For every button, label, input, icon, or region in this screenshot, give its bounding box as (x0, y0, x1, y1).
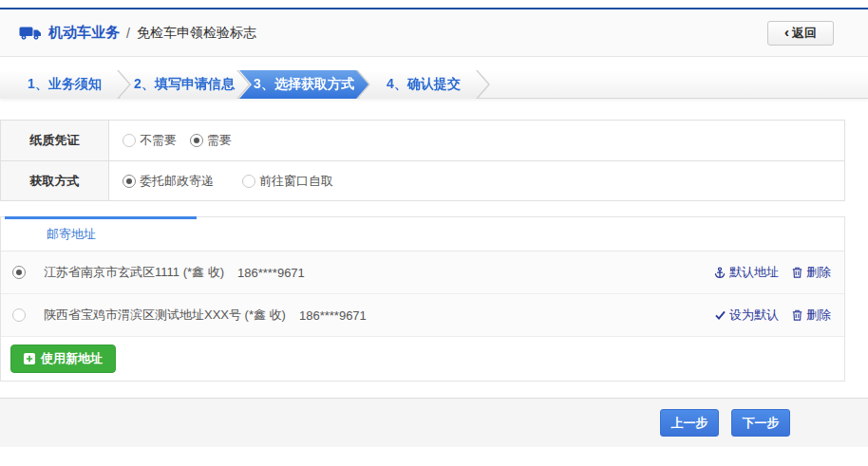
radio-checked-icon[interactable] (123, 175, 136, 188)
default-address-label: 默认地址 (729, 264, 779, 281)
radio-option-window-pickup[interactable]: 前往窗口自取 (242, 173, 333, 190)
step-tabbar: 1、业务须知 2、填写申请信息 3、选择获取方式 4、确认提交 (0, 70, 868, 99)
step-tab-3-label: 3、选择获取方式 (254, 76, 354, 93)
address-row-1: 江苏省南京市玄武区1111 (*鑫 收) 186****9671 默认地址 (1, 252, 844, 294)
address-phone: 186****9671 (299, 308, 367, 323)
address-text: 江苏省南京市玄武区1111 (*鑫 收) (44, 264, 224, 281)
set-default-label: 设为默认 (729, 307, 779, 324)
radio-checked-icon[interactable] (12, 266, 26, 279)
step-tab-4-label: 4、确认提交 (387, 76, 461, 93)
back-button-label: 返回 (792, 25, 817, 42)
truck-icon (19, 26, 42, 40)
page-subtitle: 免检车申领检验标志 (137, 25, 256, 42)
radio-label: 需要 (207, 132, 232, 149)
delete-address-link[interactable]: 删除 (792, 307, 831, 324)
address-radio-1[interactable] (12, 266, 26, 279)
next-step-button[interactable]: 下一步 (731, 409, 790, 437)
mailing-address-panel: 邮寄地址 江苏省南京市玄武区1111 (*鑫 收) 186****9671 默认… (0, 216, 845, 382)
breadcrumb-separator: / (126, 26, 130, 41)
form-label: 获取方式 (1, 161, 109, 200)
address-radio-2[interactable] (12, 308, 26, 322)
trash-icon (792, 267, 802, 278)
step-tab-2-label: 2、填写申请信息 (134, 76, 235, 93)
radio-icon[interactable] (242, 175, 255, 188)
page-title[interactable]: 机动车业务 (48, 24, 120, 42)
address-text: 陕西省宝鸡市渭滨区测试地址XXX号 (*鑫 收) (44, 307, 286, 324)
set-default-link[interactable]: 设为默认 (715, 307, 779, 324)
check-icon (715, 310, 726, 320)
step-tab-3-active[interactable]: 3、选择获取方式 (239, 70, 368, 99)
delete-address-label: 删除 (806, 264, 831, 281)
plus-icon (24, 353, 35, 364)
radio-checked-icon[interactable] (190, 134, 203, 147)
delete-address-link[interactable]: 删除 (792, 264, 831, 281)
radio-label: 不需要 (140, 132, 177, 149)
tab-mailing-address[interactable]: 邮寄地址 (47, 217, 96, 252)
step-tab-1[interactable]: 1、业务须知 (0, 70, 129, 99)
radio-option-need[interactable]: 需要 (190, 132, 232, 149)
trash-icon (792, 309, 802, 321)
use-new-address-label: 使用新地址 (41, 350, 103, 367)
new-address-row: 使用新地址 (1, 337, 844, 381)
radio-option-postal-delivery[interactable]: 委托邮政寄递 (123, 173, 214, 190)
address-row-2: 陕西省宝鸡市渭滨区测试地址XXX号 (*鑫 收) 186****9671 设为默… (1, 294, 844, 337)
address-tabbar: 邮寄地址 (1, 217, 844, 252)
delete-address-label: 删除 (806, 307, 831, 324)
address-phone: 186****9671 (237, 266, 305, 280)
anchor-icon (714, 267, 726, 279)
back-button[interactable]: ‹ 返回 (767, 21, 834, 46)
use-new-address-button[interactable]: 使用新地址 (10, 345, 116, 373)
step-tab-2[interactable]: 2、填写申请信息 (120, 70, 249, 99)
radio-label: 委托邮政寄递 (140, 173, 214, 190)
breadcrumb: 机动车业务 / 免检车申领检验标志 (19, 24, 767, 42)
page-header: 机动车业务 / 免检车申领检验标志 ‹ 返回 (0, 9, 868, 57)
form-label: 纸质凭证 (1, 121, 109, 160)
radio-option-no-need[interactable]: 不需要 (123, 132, 177, 149)
footer-bar: 上一步 下一步 (0, 398, 868, 447)
step-tab-4[interactable]: 4、确认提交 (359, 70, 488, 99)
step-tab-1-label: 1、业务须知 (28, 76, 102, 93)
default-address-link[interactable]: 默认地址 (714, 264, 779, 281)
form-row-paper-voucher: 纸质凭证 不需要 需要 (1, 121, 844, 160)
chevron-left-icon: ‹ (784, 25, 789, 39)
radio-icon[interactable] (12, 308, 26, 322)
prev-step-button[interactable]: 上一步 (660, 409, 719, 437)
options-form: 纸质凭证 不需要 需要 获取方式 委托邮政寄递 前往窗口自取 (0, 120, 845, 201)
form-row-obtain-method: 获取方式 委托邮政寄递 前往窗口自取 (1, 160, 844, 200)
radio-label: 前往窗口自取 (259, 173, 333, 190)
radio-icon[interactable] (123, 134, 136, 147)
